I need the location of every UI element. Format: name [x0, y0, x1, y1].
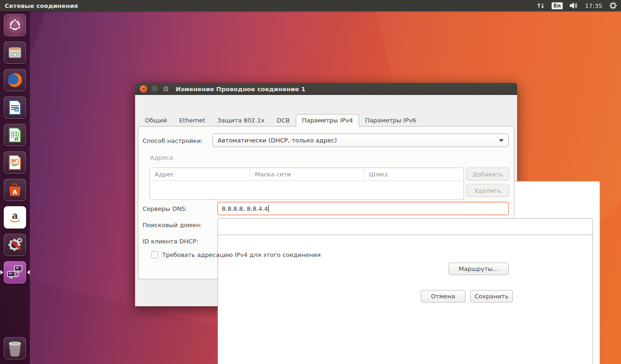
save-button[interactable]: Сохранить — [470, 290, 513, 303]
unity-launcher: A a — [0, 11, 30, 364]
addresses-table[interactable]: Адрес Маска сети Шлюз — [150, 168, 464, 200]
dns-servers-label: Серверы DNS: — [143, 205, 187, 212]
launcher-item-firefox[interactable] — [4, 69, 26, 91]
tab-ipv4-settings[interactable]: Параметры IPv4 — [296, 114, 359, 127]
routes-button[interactable]: Маршруты… — [449, 263, 509, 275]
launcher-item-trash[interactable] — [4, 337, 26, 359]
addresses-section-label: Адреса — [150, 154, 173, 161]
tab-bar: Общий Ethernet Защита 802.1x DCB Парамет… — [139, 114, 422, 127]
svg-text:A: A — [13, 189, 17, 195]
launcher-item-files[interactable] — [4, 41, 26, 64]
firefox-icon — [7, 72, 23, 88]
file-manager-icon — [7, 45, 23, 61]
ipv4-settings-panel: Способ настройки: Автоматически (DHCP, т… — [138, 126, 514, 279]
dhcp-client-id-label: ID клиента DHCP: — [143, 238, 198, 245]
ubuntu-logo-icon — [8, 18, 22, 32]
dialog-titlebar[interactable]: ✕ – Изменение Проводное соединение 1 — [135, 83, 517, 95]
tab-ethernet[interactable]: Ethernet — [173, 114, 211, 127]
writer-icon — [7, 100, 22, 115]
settings-gear-wrench-icon — [7, 236, 23, 253]
method-label: Способ настройки: — [143, 137, 203, 144]
network-connections-icon — [6, 264, 24, 281]
volume-icon[interactable] — [569, 0, 579, 11]
search-domain-label: Поисковый домен: — [143, 222, 202, 229]
clock[interactable]: 17:35 — [585, 0, 602, 11]
focused-indicator-arrow — [27, 270, 30, 275]
tab-general[interactable]: Общий — [139, 114, 173, 127]
column-header-gateway[interactable]: Шлюз — [364, 168, 464, 181]
tab-dcb[interactable]: DCB — [271, 114, 296, 127]
dialog-title: Изменение Проводное соединение 1 — [170, 86, 305, 93]
column-header-netmask[interactable]: Маска сети — [250, 168, 364, 181]
desktop: Сетевые соединения ↑↓ En 17:35 — [0, 0, 621, 364]
session-gear-icon[interactable] — [609, 0, 617, 11]
launcher-item-network-connections[interactable] — [4, 261, 26, 283]
tab-8021x-security[interactable]: Защита 802.1x — [211, 114, 271, 127]
dns-servers-value: 8.8.8.8, 8.8.4.4 — [222, 205, 268, 212]
cancel-button[interactable]: Отмена — [421, 290, 465, 303]
launcher-item-libreoffice-impress[interactable] — [4, 151, 26, 174]
top-panel: Сетевые соединения ↑↓ En 17:35 — [0, 0, 621, 11]
amazon-icon: a — [7, 209, 23, 225]
column-header-address[interactable]: Адрес — [150, 168, 250, 181]
add-address-button[interactable]: Добавить — [466, 168, 509, 181]
launcher-item-amazon[interactable]: a — [4, 206, 26, 229]
launcher-item-dash[interactable] — [4, 14, 26, 36]
keyboard-layout-indicator[interactable]: En — [552, 2, 562, 9]
close-icon[interactable]: ✕ — [139, 85, 148, 93]
chevron-down-icon — [499, 139, 504, 142]
addresses-table-body[interactable] — [150, 181, 464, 200]
method-selected-value: Автоматически (DHCP, только адрес) — [218, 137, 337, 144]
impress-icon — [7, 155, 22, 170]
require-ipv4-label: Требовать адресацию IPv4 для этого соеди… — [162, 251, 321, 258]
network-indicator-icon[interactable]: ↑↓ — [536, 0, 545, 11]
method-dropdown[interactable]: Автоматически (DHCP, только адрес) — [212, 134, 509, 147]
launcher-item-system-settings[interactable] — [4, 234, 26, 256]
calc-icon — [7, 127, 22, 143]
launcher-item-libreoffice-calc[interactable] — [4, 124, 26, 146]
software-center-icon: A — [7, 182, 23, 198]
text-caret — [268, 205, 269, 212]
tab-ipv6-settings[interactable]: Параметры IPv6 — [359, 114, 423, 127]
running-indicator-arrow — [0, 270, 3, 275]
dns-servers-input[interactable]: 8.8.8.8, 8.8.4.4 — [218, 202, 509, 215]
launcher-item-ubuntu-software[interactable]: A — [4, 179, 26, 201]
launcher-item-libreoffice-writer[interactable] — [4, 96, 26, 119]
svg-text:a: a — [12, 210, 18, 221]
edit-connection-dialog: ✕ – Изменение Проводное соединение 1 Наз… — [135, 83, 517, 306]
maximize-icon[interactable] — [162, 85, 170, 93]
require-ipv4-checkbox[interactable] — [151, 251, 158, 258]
addresses-table-header: Адрес Маска сети Шлюз — [150, 168, 464, 181]
window-title-text: Сетевые соединения — [0, 2, 78, 9]
trash-icon — [7, 340, 23, 357]
minimize-icon[interactable]: – — [150, 85, 159, 93]
delete-address-button[interactable]: Удалить — [466, 184, 509, 197]
